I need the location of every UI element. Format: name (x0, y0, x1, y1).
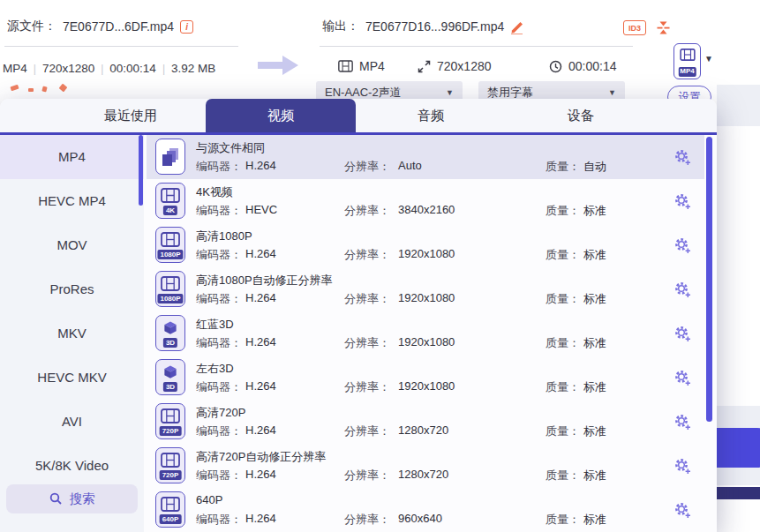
film-icon (161, 188, 180, 203)
expand-icon (418, 60, 431, 73)
resolution-label: 分辨率： (344, 159, 390, 175)
resolution-value: 1280x720 (398, 468, 448, 481)
format-chooser-button[interactable]: MP4 (673, 43, 701, 79)
cube-3d-icon (162, 364, 179, 381)
clipped-text-fragment (9, 84, 230, 94)
preset-row[interactable]: 1080P 高清1080P自动修正分辨率 编码器： H.264 分辨率： 192… (147, 267, 704, 311)
split-icon[interactable] (656, 19, 671, 37)
preset-title: 高清720P (196, 405, 245, 421)
preset-title: 4K视频 (196, 184, 233, 200)
preset-row[interactable]: 与源文件相同 编码器： H.264 分辨率： Auto 质量： 自动 (147, 135, 704, 179)
tab-0[interactable]: 最近使用 (56, 99, 206, 132)
resolution-label: 分辨率： (344, 468, 390, 483)
settings-gear-icon[interactable] (673, 148, 692, 167)
film-icon (161, 408, 180, 423)
encoder-label: 编码器： (196, 203, 242, 219)
sidebar-item[interactable]: AVI (0, 400, 144, 444)
settings-gear-icon[interactable] (673, 457, 692, 476)
preset-row[interactable]: 3D 左右3D 编码器： H.264 分辨率： 1920x1080 质量： 标准 (147, 356, 704, 400)
sidebar-item[interactable]: 5K/8K Video (0, 444, 144, 488)
sidebar-item[interactable]: HEVC MP4 (0, 179, 144, 223)
id3-tag-icon[interactable]: ID3 (623, 20, 646, 35)
quality-label: 质量： (546, 379, 580, 395)
sidebar-item[interactable]: MKV (0, 311, 144, 356)
preset-row[interactable]: 720P 高清720P自动修正分辨率 编码器： H.264 分辨率： 1280x… (147, 444, 704, 488)
settings-gear-icon[interactable] (673, 192, 692, 211)
settings-gear-icon[interactable] (673, 236, 692, 255)
settings-gear-icon[interactable] (673, 369, 692, 387)
chevron-down-icon: ▼ (608, 88, 616, 97)
encoder-label: 编码器： (196, 512, 242, 528)
encoder-label: 编码器： (196, 423, 242, 439)
film-icon (161, 453, 180, 468)
cube-3d-icon (162, 320, 179, 337)
preset-icon (155, 139, 185, 175)
encoder-label: 编码器： (196, 247, 242, 263)
encoder-value: H.264 (245, 335, 276, 348)
output-duration-group: 00:00:14 (549, 58, 617, 74)
output-format: MP4 (359, 59, 385, 73)
info-icon[interactable]: i (180, 20, 193, 34)
film-icon (161, 497, 180, 512)
sidebar-scrollbar[interactable] (139, 135, 143, 206)
tab-2[interactable]: 音频 (356, 99, 506, 132)
encoder-value: H.264 (245, 379, 276, 393)
sidebar-item[interactable]: MP4 (0, 135, 144, 179)
tab-1[interactable]: 视频 (206, 99, 356, 132)
tab-3[interactable]: 设备 (506, 99, 656, 132)
id3-label: ID3 (628, 24, 641, 33)
encoder-label: 编码器： (196, 468, 242, 483)
source-size: 3.92 MB (171, 62, 215, 75)
output-filename: 7E0677D16...996DF.mp4 (365, 19, 504, 34)
resolution-value: 1920x1080 (398, 335, 455, 348)
encoder-label: 编码器： (196, 379, 242, 395)
preset-title: 高清1080P (196, 229, 252, 244)
preset-badge: 4K (163, 206, 177, 215)
flow-arrow-icon (256, 53, 300, 78)
settings-gear-icon[interactable] (673, 281, 692, 299)
source-format: MP4 (3, 62, 27, 75)
settings-gear-icon[interactable] (673, 413, 692, 431)
sidebar-item[interactable]: ProRes (0, 267, 144, 311)
resolution-value: 1920x1080 (398, 379, 455, 393)
preset-title: 左右3D (196, 361, 234, 377)
settings-gear-icon[interactable] (673, 325, 692, 343)
resolution-value: Auto (398, 159, 422, 172)
resolution-value: 1920x1080 (398, 247, 455, 260)
preset-icon: 720P (155, 403, 185, 439)
copy-icon (162, 148, 178, 166)
quality-value: 标准 (583, 512, 606, 528)
sidebar-item[interactable]: HEVC MKV (0, 356, 144, 400)
source-file-title: 源文件： 7E0677D...6DF.mp4 i (7, 19, 193, 34)
preset-row[interactable]: 4K 4K视频 编码器： HEVC 分辨率： 3840x2160 质量： 标准 (147, 179, 704, 223)
resolution-label: 分辨率： (344, 203, 390, 219)
preset-row[interactable]: 1080P 高清1080P 编码器： H.264 分辨率： 1920x1080 … (147, 223, 704, 267)
preset-row[interactable]: 3D 红蓝3D 编码器： H.264 分辨率： 1920x1080 质量： 标准 (147, 311, 704, 356)
format-chooser-caret-icon[interactable]: ▼ (704, 55, 713, 64)
edit-pencil-icon[interactable] (510, 19, 525, 34)
quality-value: 标准 (583, 291, 606, 307)
output-duration: 00:00:14 (568, 59, 617, 73)
encoder-value: H.264 (245, 159, 276, 172)
preset-icon: 1080P (155, 271, 185, 307)
settings-gear-icon[interactable] (673, 501, 692, 520)
list-scrollbar[interactable] (706, 137, 712, 422)
resolution-label: 分辨率： (344, 335, 390, 351)
quality-label: 质量： (546, 335, 580, 351)
preset-badge: 720P (160, 426, 182, 436)
preset-row[interactable]: 640P 640P 编码器： H.264 分辨率： 960x640 质量： 标准 (147, 488, 704, 532)
film-icon (680, 49, 696, 61)
preset-row[interactable]: 720P 高清720P 编码器： H.264 分辨率： 1280x720 质量：… (147, 400, 704, 444)
source-duration: 00:00:14 (109, 62, 156, 75)
format-sidebar: MP4HEVC MP4MOVProResMKVHEVC MKVAVI5K/8K … (0, 135, 144, 532)
resolution-label: 分辨率： (344, 512, 390, 528)
app-window: 源文件： 7E0677D...6DF.mp4 i MP4| 720x1280| … (0, 0, 760, 532)
quality-value: 标准 (583, 423, 606, 439)
output-format-group: MP4 (338, 58, 385, 74)
preset-icon: 3D (155, 359, 185, 395)
search-button[interactable]: 搜索 (6, 484, 138, 513)
encoder-value: H.264 (245, 423, 276, 437)
source-resolution: 720x1280 (42, 62, 94, 75)
preset-list: 与源文件相同 编码器： H.264 分辨率： Auto 质量： 自动 (147, 135, 717, 532)
sidebar-item[interactable]: MOV (0, 223, 144, 267)
